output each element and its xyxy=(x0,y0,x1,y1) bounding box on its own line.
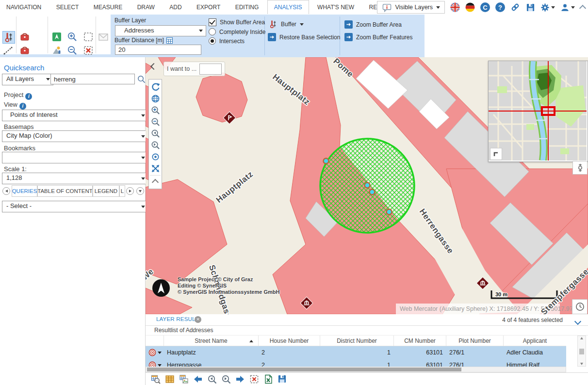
show-buffer-area-option[interactable]: Show Buffer Area xyxy=(209,18,265,26)
fullscreen-button[interactable] xyxy=(150,162,161,174)
visible-layers-dropdown[interactable]: Visible Layers xyxy=(377,1,445,14)
menu-export[interactable]: EXPORT xyxy=(190,0,227,15)
quicksearch-title[interactable]: Quicksearch xyxy=(4,64,44,72)
basemaps-select[interactable]: City Map (Color) xyxy=(2,130,148,142)
table-row[interactable]: Hauptplatz 2 1 63101 276/1 Adler Claudia xyxy=(146,346,566,359)
center-map-button[interactable] xyxy=(150,151,161,162)
zoom-out-map-button[interactable] xyxy=(150,116,161,128)
menu-measure[interactable]: MEASURE xyxy=(87,0,129,15)
map-viewport[interactable]: Web Mercator (Auxiliary Sphere) X: 17186… xyxy=(146,57,588,314)
collapse-sidebar-icon[interactable] xyxy=(149,62,158,71)
zoom-out-tool-button[interactable] xyxy=(66,45,78,56)
menu-analysis[interactable]: ANALYSIS xyxy=(267,0,309,14)
tab-clipped[interactable]: L xyxy=(119,185,125,197)
help-icon[interactable]: ? xyxy=(495,2,505,12)
user-menu[interactable] xyxy=(560,3,575,12)
navigation-tool-button[interactable] xyxy=(51,31,63,43)
collapse-toolbar-icon[interactable] xyxy=(579,5,586,12)
checkbox-checked-icon[interactable] xyxy=(209,18,216,26)
table-row[interactable]: Herrengasse 2 1 63101 276/1 Himmel Ralf xyxy=(146,359,566,367)
collapse-results-icon[interactable] xyxy=(575,317,580,326)
time-slider-widget[interactable] xyxy=(572,299,588,314)
column-plot-number[interactable]: Plot Number xyxy=(446,336,504,346)
intersects-option[interactable]: Intersects xyxy=(209,37,245,45)
zoom-buffer-features-button[interactable]: Zoom Buffer Features xyxy=(344,33,413,41)
restore-base-selection-button[interactable]: Restore Base Selection xyxy=(268,33,340,41)
buffer-button[interactable]: Buffer xyxy=(269,19,304,29)
info-icon[interactable]: i xyxy=(19,103,26,110)
tabs-scroll-right-button[interactable] xyxy=(126,187,134,195)
email-tool-button[interactable] xyxy=(98,31,109,43)
globe-extent-button[interactable] xyxy=(150,93,161,104)
zoom-next-result-button[interactable] xyxy=(221,374,231,384)
calculator-icon[interactable] xyxy=(166,37,173,44)
zoom-buffer-area-button[interactable]: Zoom Buffer Area xyxy=(344,20,402,29)
radio-selected-icon[interactable] xyxy=(209,37,216,45)
record-target-icon[interactable] xyxy=(148,361,156,367)
share-link-icon[interactable] xyxy=(510,2,520,12)
close-results-icon[interactable]: × xyxy=(195,316,201,323)
copy-table-button[interactable] xyxy=(179,374,189,384)
menu-add[interactable]: ADD xyxy=(163,0,188,15)
tab-queries[interactable]: QUERIES xyxy=(12,185,37,197)
export-excel-button[interactable] xyxy=(263,374,273,384)
uk-flag-icon[interactable] xyxy=(450,2,460,12)
tabs-more-button[interactable] xyxy=(136,187,144,195)
menu-editing[interactable]: EDITING xyxy=(229,0,265,15)
view-select[interactable]: Points of Interest xyxy=(2,110,148,121)
scroll-up-icon[interactable] xyxy=(580,337,583,339)
tab-table-of-content[interactable]: TABLE OF CONTENT xyxy=(37,185,93,197)
settings-menu[interactable] xyxy=(540,3,555,12)
record-target-icon[interactable] xyxy=(148,349,156,356)
horizontal-scrollbar[interactable] xyxy=(146,367,566,372)
menu-select[interactable]: SELECT xyxy=(50,0,85,15)
scrollbar-thumb[interactable] xyxy=(147,368,461,371)
buffer-layer-select[interactable]: Addresses xyxy=(115,25,206,36)
vertical-scrollbar[interactable] xyxy=(577,336,586,367)
measure-tool-button[interactable] xyxy=(2,45,14,56)
overview-collapse-button[interactable] xyxy=(490,148,502,160)
column-street-name[interactable]: Street Name xyxy=(164,336,259,346)
zoom-next-button[interactable] xyxy=(150,139,161,151)
scale-select[interactable]: 1,128 xyxy=(2,173,148,184)
show-table-button[interactable] xyxy=(164,374,175,384)
german-flag-icon[interactable] xyxy=(465,2,475,12)
query-select[interactable]: - Select - xyxy=(2,201,148,212)
bookmarks-select[interactable] xyxy=(2,152,148,163)
search-icon[interactable] xyxy=(137,75,146,83)
refresh-map-button[interactable] xyxy=(150,81,161,93)
buffer-distance-input[interactable] xyxy=(115,45,201,55)
quicksearch-input[interactable] xyxy=(50,74,135,84)
info-icon[interactable]: i xyxy=(25,93,32,100)
i-want-to-input[interactable] xyxy=(199,64,222,75)
scroll-down-icon[interactable] xyxy=(580,363,583,365)
completely-inside-option[interactable]: Completely Inside xyxy=(209,28,265,35)
search-in-table-button[interactable] xyxy=(150,374,161,384)
tab-legend[interactable]: LEGEND xyxy=(93,185,119,197)
scrollbar-thumb[interactable] xyxy=(579,349,584,354)
toolbox-button-1[interactable] xyxy=(19,31,31,43)
menu-draw[interactable]: DRAW xyxy=(131,0,161,15)
clear-result-selection-button[interactable] xyxy=(249,374,259,384)
layer-result-tab[interactable]: LAYER RESULT xyxy=(156,316,198,322)
save-project-icon[interactable] xyxy=(525,2,535,12)
i-want-to-widget[interactable]: I want to ... xyxy=(163,62,225,76)
zoom-previous-result-button[interactable] xyxy=(207,374,217,384)
copernicus-icon[interactable]: C xyxy=(480,2,490,12)
column-applicant[interactable]: Applicant xyxy=(504,336,566,346)
next-feature-button[interactable] xyxy=(235,374,245,384)
menu-navigation[interactable]: NAVIGATION xyxy=(0,0,48,15)
buffer-tool-button[interactable] xyxy=(2,31,15,44)
zoom-in-map-button[interactable] xyxy=(150,104,161,116)
column-cm-number[interactable]: CM Number xyxy=(394,336,446,346)
select-rectangle-tool-button[interactable] xyxy=(82,31,94,43)
save-results-button[interactable] xyxy=(277,374,287,384)
swipe-handle-widget[interactable] xyxy=(572,161,588,175)
overview-map[interactable] xyxy=(488,61,588,162)
toolbar-collapse-up-icon[interactable] xyxy=(150,175,161,187)
column-house-number[interactable]: House Number xyxy=(259,336,320,346)
record-menu-icon[interactable] xyxy=(158,352,162,354)
tabs-scroll-left-button[interactable] xyxy=(2,187,10,195)
column-district-number[interactable]: District Number xyxy=(320,336,394,346)
toolbox-button-2[interactable] xyxy=(19,45,31,56)
